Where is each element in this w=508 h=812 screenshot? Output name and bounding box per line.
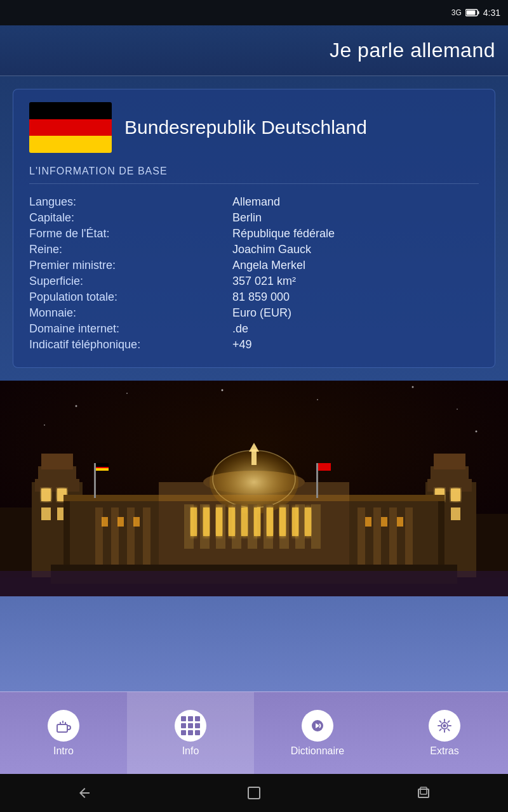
svg-point-74 bbox=[126, 393, 128, 394]
nav-item-extras[interactable]: Extras bbox=[381, 692, 508, 774]
back-button[interactable] bbox=[69, 783, 100, 802]
svg-rect-81 bbox=[0, 571, 508, 596]
svg-point-79 bbox=[44, 424, 45, 426]
app-header: Je parle allemand bbox=[0, 25, 508, 76]
country-flag bbox=[29, 102, 112, 153]
info-label: Indicatif téléphonique: bbox=[29, 338, 232, 351]
system-nav bbox=[0, 774, 508, 812]
flag-black-stripe bbox=[29, 102, 112, 119]
coffee-icon bbox=[55, 717, 72, 735]
svg-rect-35 bbox=[358, 508, 365, 565]
svg-rect-48 bbox=[190, 508, 197, 536]
recent-button[interactable] bbox=[408, 783, 439, 802]
extras-icon-container bbox=[429, 710, 460, 742]
svg-rect-51 bbox=[229, 508, 235, 536]
svg-rect-88 bbox=[248, 787, 260, 799]
nav-item-info[interactable]: Info bbox=[127, 692, 254, 774]
svg-rect-18 bbox=[434, 454, 465, 469]
info-icon-circle bbox=[175, 710, 206, 742]
info-value: Euro (EUR) bbox=[232, 306, 291, 320]
nav-label-dictionnaire: Dictionnaire bbox=[291, 745, 344, 757]
svg-point-75 bbox=[222, 390, 224, 391]
info-value: 357 021 km² bbox=[232, 275, 296, 288]
svg-rect-52 bbox=[241, 508, 248, 536]
flag-red-stripe bbox=[29, 119, 112, 136]
svg-rect-70 bbox=[96, 468, 109, 471]
dictionnaire-icon-container bbox=[302, 710, 333, 742]
table-row: Forme de l'État: République fédérale bbox=[29, 227, 479, 240]
nav-label-extras: Extras bbox=[430, 745, 458, 757]
svg-rect-59 bbox=[117, 517, 124, 527]
svg-rect-64 bbox=[64, 495, 444, 501]
svg-rect-13 bbox=[41, 508, 51, 520]
table-row: Reine: Joachim Gauck bbox=[29, 243, 479, 256]
intro-icon-container bbox=[48, 710, 79, 742]
info-value: Angela Merkel bbox=[232, 259, 305, 272]
country-header: Bundesrepublik Deutschland bbox=[29, 102, 479, 153]
info-value: +49 bbox=[232, 338, 252, 351]
main-content: Bundesrepublik Deutschland L'INFORMATION… bbox=[0, 76, 508, 691]
table-row: Premier ministre: Angela Merkel bbox=[29, 259, 479, 272]
svg-rect-22 bbox=[451, 508, 460, 520]
table-row: Indicatif téléphonique: +49 bbox=[29, 338, 479, 351]
info-value: Allemand bbox=[232, 195, 280, 209]
table-row: Langues: Allemand bbox=[29, 195, 479, 209]
info-table: Langues: Allemand Capitale: Berlin Forme… bbox=[29, 195, 479, 351]
intro-icon-circle bbox=[48, 710, 79, 742]
svg-rect-37 bbox=[389, 508, 397, 565]
home-button[interactable] bbox=[238, 783, 270, 802]
app-title: Je parle allemand bbox=[330, 39, 495, 62]
table-row: Capitale: Berlin bbox=[29, 211, 479, 225]
nav-item-intro[interactable]: Intro bbox=[0, 692, 127, 774]
gear-icon bbox=[436, 717, 453, 735]
info-value: 81 859 000 bbox=[232, 291, 290, 304]
svg-point-78 bbox=[457, 409, 458, 410]
info-label: Forme de l'État: bbox=[29, 227, 232, 240]
nav-label-intro: Intro bbox=[53, 745, 74, 757]
svg-point-80 bbox=[476, 431, 478, 433]
svg-rect-33 bbox=[127, 508, 135, 565]
nav-label-info: Info bbox=[182, 745, 199, 757]
grid-icon bbox=[181, 716, 200, 735]
flag-gold-stripe bbox=[29, 136, 112, 153]
info-label: Langues: bbox=[29, 195, 232, 209]
back-icon bbox=[77, 785, 92, 801]
svg-rect-67 bbox=[94, 463, 96, 498]
table-row: Population totale: 81 859 000 bbox=[29, 291, 479, 304]
svg-point-76 bbox=[317, 399, 318, 400]
info-card: Bundesrepublik Deutschland L'INFORMATION… bbox=[13, 89, 495, 368]
svg-rect-49 bbox=[203, 508, 210, 536]
svg-rect-47 bbox=[311, 504, 321, 549]
svg-rect-72 bbox=[318, 463, 331, 471]
svg-rect-83 bbox=[60, 722, 61, 724]
svg-rect-62 bbox=[381, 517, 387, 527]
svg-rect-36 bbox=[373, 508, 381, 565]
svg-rect-63 bbox=[397, 517, 403, 527]
info-label: Domaine internet: bbox=[29, 322, 232, 336]
status-icons: 3G 4:31 bbox=[451, 8, 500, 18]
svg-rect-2 bbox=[478, 11, 479, 15]
info-value: Berlin bbox=[232, 211, 262, 225]
svg-rect-58 bbox=[102, 517, 108, 527]
svg-rect-32 bbox=[111, 508, 119, 565]
battery-icon bbox=[465, 9, 479, 16]
section-title: L'INFORMATION DE BASE bbox=[29, 166, 479, 184]
svg-rect-85 bbox=[65, 722, 66, 724]
svg-rect-53 bbox=[254, 508, 260, 536]
svg-rect-54 bbox=[267, 508, 273, 536]
time-display: 4:31 bbox=[483, 8, 500, 18]
svg-rect-11 bbox=[41, 488, 51, 501]
svg-rect-60 bbox=[133, 517, 140, 527]
svg-point-73 bbox=[76, 405, 77, 407]
svg-rect-55 bbox=[279, 508, 286, 536]
svg-rect-61 bbox=[365, 517, 371, 527]
svg-rect-38 bbox=[405, 508, 413, 565]
svg-rect-20 bbox=[451, 488, 460, 501]
svg-rect-82 bbox=[57, 724, 67, 732]
nav-item-dictionnaire[interactable]: Dictionnaire bbox=[254, 692, 381, 774]
info-label: Monnaie: bbox=[29, 306, 232, 320]
info-label: Capitale: bbox=[29, 211, 232, 225]
table-row: Superficie: 357 021 km² bbox=[29, 275, 479, 288]
info-label: Population totale: bbox=[29, 291, 232, 304]
svg-rect-31 bbox=[95, 508, 103, 565]
